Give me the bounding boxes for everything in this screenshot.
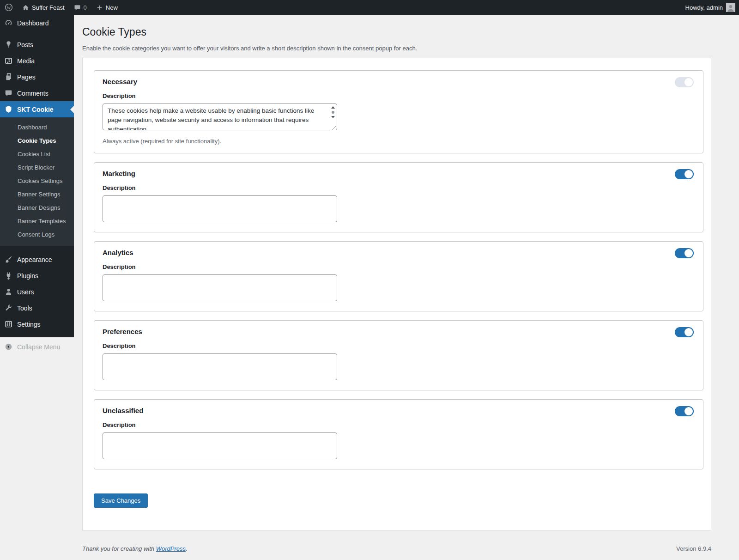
comments-icon xyxy=(5,89,12,97)
sidebar-item-tools[interactable]: Tools xyxy=(0,300,74,316)
cookie-type-toggle[interactable] xyxy=(675,327,694,337)
comments-admin-bar-link[interactable]: 0 xyxy=(69,0,91,15)
description-textarea[interactable] xyxy=(103,432,337,459)
dashboard-gauge-icon xyxy=(5,19,12,27)
cookie-type-toggle[interactable] xyxy=(675,169,694,179)
sidebar-item-settings[interactable]: Settings xyxy=(0,316,74,332)
sidebar-main-menu: Posts Media Pages Comments xyxy=(0,37,74,101)
scroll-thumb[interactable] xyxy=(332,111,334,114)
sliders-icon xyxy=(5,320,12,328)
scroll-up-icon[interactable] xyxy=(331,106,335,109)
sidebar-item-media[interactable]: Media xyxy=(0,53,74,69)
sidebar-item-dashboard[interactable]: Dashboard xyxy=(0,15,74,31)
toggle-knob xyxy=(684,249,693,257)
sidebar-item-skt-cookie[interactable]: SKT Cookie xyxy=(0,101,74,117)
cookie-type-card: Preferences Description xyxy=(94,320,703,390)
save-changes-button[interactable]: Save Changes xyxy=(94,493,148,508)
avatar[interactable] xyxy=(726,3,735,12)
submenu-item-dashboard[interactable]: Dashboard xyxy=(0,121,74,134)
pin-icon xyxy=(5,41,12,49)
new-content-button[interactable]: New xyxy=(91,0,122,15)
svg-text:W: W xyxy=(7,6,11,10)
sidebar-item-label: Settings xyxy=(17,321,41,328)
cookie-type-toggle[interactable] xyxy=(675,77,694,87)
textarea-scrollbar[interactable] xyxy=(330,104,336,131)
toggle-knob xyxy=(684,78,693,86)
shield-icon xyxy=(5,105,12,113)
cookie-type-card: Marketing Description xyxy=(94,162,703,232)
menu-separator xyxy=(0,31,74,37)
site-name-link[interactable]: Suffer Feast xyxy=(18,0,69,15)
sidebar-item-plugins[interactable]: Plugins xyxy=(0,268,74,284)
sidebar-item-label: Tools xyxy=(17,304,32,312)
footer-thanks-text: Thank you for creating with WordPress. xyxy=(82,545,188,552)
cookie-type-toggle[interactable] xyxy=(675,248,694,258)
toggle-knob xyxy=(684,407,693,415)
collapse-menu-button[interactable]: Collapse Menu xyxy=(0,339,74,355)
description-textarea[interactable] xyxy=(103,274,337,301)
admin-bar: W Suffer Feast 0 New Howdy, admin xyxy=(0,0,739,15)
resize-grip-icon[interactable] xyxy=(332,126,336,130)
pages-icon xyxy=(5,73,12,81)
description-label: Description xyxy=(103,184,694,191)
cookie-type-sections: Necessary Description Always active (req… xyxy=(94,70,703,469)
plug-icon xyxy=(5,272,12,280)
cookie-types-panel: Necessary Description Always active (req… xyxy=(82,58,711,530)
page-title: Cookie Types xyxy=(82,25,711,39)
description-textarea[interactable] xyxy=(103,103,337,130)
cookie-type-title: Analytics xyxy=(103,249,694,256)
sidebar-item-pages[interactable]: Pages xyxy=(0,69,74,85)
admin-sidebar: Dashboard Posts Media Pages Comments SKT… xyxy=(0,15,74,337)
description-textarea[interactable] xyxy=(103,195,337,222)
sidebar-item-label: Users xyxy=(17,288,34,296)
submenu-item-cookies-settings[interactable]: Cookies Settings xyxy=(0,174,74,188)
toggle-knob xyxy=(684,170,693,178)
sidebar-item-label: Pages xyxy=(17,73,36,81)
user-icon xyxy=(5,288,12,296)
wordpress-logo-icon[interactable]: W xyxy=(0,0,18,15)
sidebar-item-appearance[interactable]: Appearance xyxy=(0,251,74,268)
submenu-item-cookies-list[interactable]: Cookies List xyxy=(0,147,74,161)
new-label: New xyxy=(106,4,118,11)
media-icon xyxy=(5,57,12,65)
cookie-type-card: Analytics Description xyxy=(94,241,703,311)
sidebar-item-label: Appearance xyxy=(17,256,52,263)
submenu-item-banner-settings[interactable]: Banner Settings xyxy=(0,188,74,201)
description-label: Description xyxy=(103,421,694,428)
skt-cookie-submenu: DashboardCookie TypesCookies ListScript … xyxy=(0,117,74,246)
sidebar-item-users[interactable]: Users xyxy=(0,284,74,300)
comment-bubble-icon xyxy=(74,4,81,11)
submenu-item-consent-logs[interactable]: Consent Logs xyxy=(0,228,74,241)
description-textarea[interactable] xyxy=(103,353,337,380)
sidebar-item-comments[interactable]: Comments xyxy=(0,85,74,101)
footer-version: Version 6.9.4 xyxy=(676,545,711,552)
description-label: Description xyxy=(103,263,694,270)
sidebar-item-label: Comments xyxy=(17,90,48,97)
cookie-type-title: Preferences xyxy=(103,328,694,335)
wordpress-link[interactable]: WordPress xyxy=(156,545,186,552)
cookie-type-title: Unclassified xyxy=(103,407,694,414)
always-active-note: Always active (required for site functio… xyxy=(103,138,694,145)
submenu-item-banner-templates[interactable]: Banner Templates xyxy=(0,214,74,228)
sidebar-item-label: Posts xyxy=(17,41,33,49)
site-name-label: Suffer Feast xyxy=(32,4,65,11)
menu-separator xyxy=(0,246,74,251)
sidebar-item-posts[interactable]: Posts xyxy=(0,37,74,53)
submenu-item-script-blocker[interactable]: Script Blocker xyxy=(0,161,74,174)
cookie-type-toggle[interactable] xyxy=(675,406,694,416)
submenu-item-cookie-types[interactable]: Cookie Types xyxy=(0,134,74,147)
howdy-admin-link[interactable]: Howdy, admin xyxy=(685,4,723,11)
home-icon xyxy=(22,4,29,11)
submenu-item-banner-designs[interactable]: Banner Designs xyxy=(0,201,74,214)
page-subtitle: Enable the cookie categories you want to… xyxy=(82,45,711,52)
sidebar-lower-menu: Appearance Plugins Users Tools Settings xyxy=(0,251,74,332)
comments-count-badge: 0 xyxy=(84,4,87,11)
brush-icon xyxy=(5,256,12,263)
collapse-menu-label: Collapse Menu xyxy=(17,343,60,351)
description-label: Description xyxy=(103,342,694,349)
description-label: Description xyxy=(103,92,694,99)
cookie-type-card: Necessary Description Always active (req… xyxy=(94,70,703,153)
sidebar-item-label: Plugins xyxy=(17,272,38,280)
cookie-type-title: Necessary xyxy=(103,78,694,85)
scroll-down-icon[interactable] xyxy=(331,116,335,118)
